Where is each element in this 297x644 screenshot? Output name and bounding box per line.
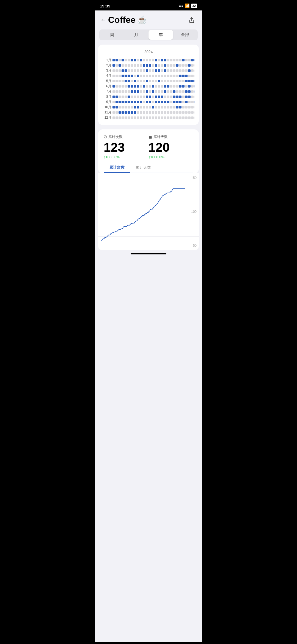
dot-inactive (152, 111, 154, 114)
month-label: 5月 (103, 79, 111, 83)
dot-active (155, 96, 157, 98)
dot-inactive (158, 116, 160, 119)
dot-inactive (122, 106, 124, 108)
dot-active (155, 64, 157, 67)
tab-month[interactable]: 月 (124, 30, 149, 40)
dots-row (112, 106, 194, 108)
wifi-icon: 📶 (185, 3, 190, 8)
dots-row (112, 111, 194, 114)
dots-row (112, 90, 194, 93)
dot-inactive (158, 90, 160, 93)
dot-active (188, 64, 191, 67)
dot-inactive (158, 75, 160, 77)
dot-active (122, 59, 124, 61)
status-time: 19:39 (100, 4, 110, 8)
dots-row (112, 85, 194, 88)
dot-inactive (122, 116, 124, 119)
tab-all[interactable]: 全部 (173, 30, 197, 40)
dot-inactive (161, 75, 163, 77)
dot-inactive (182, 80, 185, 82)
dot-inactive (164, 111, 166, 114)
dot-active (176, 101, 178, 103)
dot-inactive (119, 85, 121, 88)
dot-inactive (125, 64, 127, 67)
dot-inactive (140, 85, 142, 88)
dot-active (152, 90, 154, 93)
dot-active (161, 96, 163, 98)
dot-active (119, 64, 121, 67)
dot-inactive (131, 69, 133, 72)
month-row: 8月 (103, 94, 194, 99)
dot-inactive (173, 106, 175, 108)
back-button[interactable]: ← (100, 17, 106, 24)
dot-active (134, 90, 136, 93)
dot-inactive (191, 64, 194, 67)
dot-inactive (140, 111, 142, 114)
dot-inactive (112, 101, 115, 103)
dot-inactive (170, 85, 172, 88)
dot-inactive (119, 96, 121, 98)
dot-active (128, 85, 130, 88)
dot-inactive (161, 80, 163, 82)
dot-inactive (161, 69, 163, 72)
month-label: 3月 (103, 68, 111, 73)
dot-inactive (143, 106, 145, 108)
days-icon: ▦ (148, 135, 152, 139)
dot-inactive (167, 80, 169, 82)
share-button[interactable] (187, 15, 197, 25)
dot-active (164, 59, 166, 61)
dot-inactive (182, 116, 185, 119)
dot-active (131, 85, 133, 88)
dot-inactive (122, 96, 124, 98)
dot-active (173, 90, 175, 93)
count-stat: ✆ 累计次数 123 ↑1000.0% (104, 134, 148, 159)
dot-inactive (167, 96, 169, 98)
dot-inactive (176, 75, 178, 77)
calendar-grid: 1月2月3月4月5月6月7月8月9月10月11月12月 (103, 58, 194, 120)
signal-icon: ▪▪▪ (179, 4, 183, 8)
chart-tab-days[interactable]: 累计天数 (130, 163, 156, 173)
dot-inactive (125, 106, 127, 108)
dots-row (112, 80, 194, 82)
dot-active (119, 111, 121, 114)
dot-inactive (191, 90, 194, 93)
days-label: 累计天数 (153, 134, 168, 139)
dot-active (116, 59, 118, 61)
dot-inactive (112, 75, 115, 77)
dot-inactive (185, 64, 188, 67)
dot-active (152, 106, 154, 108)
tab-year[interactable]: 年 (148, 30, 173, 40)
dot-inactive (173, 69, 175, 72)
dot-active (122, 69, 124, 72)
chart-tab-count[interactable]: 累计次数 (104, 163, 130, 173)
main-content: ← Coffee ☕ 周 月 年 全部 2024 1月2月3月4月5月6月7月8… (95, 10, 202, 642)
dot-active (188, 90, 191, 93)
dot-inactive (167, 59, 169, 61)
dot-active (116, 101, 118, 103)
dot-inactive (185, 106, 188, 108)
count-icon: ✆ (104, 135, 107, 139)
dot-inactive (167, 90, 169, 93)
dot-inactive (125, 85, 127, 88)
dot-active (194, 80, 194, 82)
dot-inactive (176, 69, 178, 72)
dot-active (137, 85, 139, 88)
y-label-100: 100 (191, 210, 197, 214)
month-label: 11月 (103, 110, 111, 115)
dot-active (146, 80, 148, 82)
dot-active (134, 111, 136, 114)
dot-inactive (194, 96, 194, 98)
dot-inactive (170, 106, 172, 108)
dot-inactive (143, 59, 145, 61)
dot-inactive (152, 75, 154, 77)
dot-inactive (137, 59, 139, 61)
dot-active (112, 106, 115, 108)
tab-week[interactable]: 周 (100, 30, 124, 40)
dot-inactive (143, 75, 145, 77)
period-tab-bar: 周 月 年 全部 (99, 29, 198, 40)
dot-inactive (140, 69, 142, 72)
dot-active (179, 96, 182, 98)
month-label: 8月 (103, 94, 111, 99)
dot-inactive (143, 96, 145, 98)
days-header: ▦ 累计天数 (148, 134, 193, 139)
